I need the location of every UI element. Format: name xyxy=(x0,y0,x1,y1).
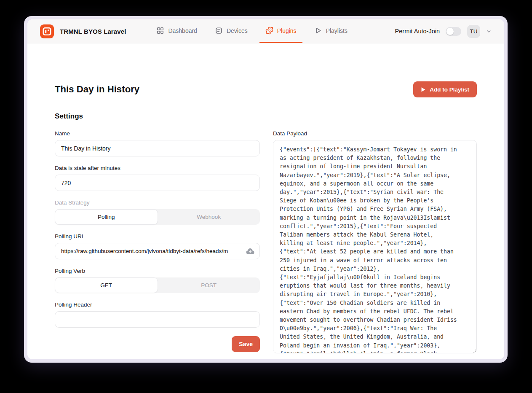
top-navigation-bar: TRMNL BYOS Laravel Dashboard xyxy=(27,19,504,43)
permit-auto-join-toggle[interactable] xyxy=(446,27,461,36)
cloud-download-icon[interactable] xyxy=(246,247,255,256)
app-surface: TRMNL BYOS Laravel Dashboard xyxy=(27,19,504,359)
user-avatar[interactable]: TU xyxy=(467,25,480,38)
polling-verb-field-group: Polling Verb GET POST xyxy=(55,268,260,293)
nav-tab-plugins[interactable]: Plugins xyxy=(259,19,302,43)
strategy-field-group: Data Strategy Polling Webhook xyxy=(55,199,260,225)
segment-post[interactable]: POST xyxy=(158,277,260,293)
segment-get[interactable]: GET xyxy=(55,277,158,293)
name-input[interactable] xyxy=(55,140,260,156)
data-payload-panel: Data Payload {"events":[{"text":"Kassym-… xyxy=(273,130,477,355)
data-strategy-label: Data Strategy xyxy=(55,199,260,206)
toggle-knob xyxy=(446,28,454,35)
nav-tab-dashboard[interactable]: Dashboard xyxy=(150,19,203,43)
trmnl-logo-icon xyxy=(40,24,54,38)
settings-section-title: Settings xyxy=(55,112,477,121)
stale-label: Data is stale after minutes xyxy=(55,165,260,171)
polling-header-label: Polling Header xyxy=(55,301,260,308)
app-window: TRMNL BYOS Laravel Dashboard xyxy=(24,16,508,363)
polling-url-input[interactable] xyxy=(55,243,260,259)
segment-polling[interactable]: Polling xyxy=(55,209,158,225)
plugin-settings-page: This Day in History Add to Playlist Sett… xyxy=(27,43,504,359)
nav-label: Dashboard xyxy=(168,27,197,34)
stale-minutes-input[interactable] xyxy=(55,175,260,191)
play-icon xyxy=(314,27,322,35)
settings-form: Name Data is stale after minutes Data St… xyxy=(55,130,260,355)
page-title: This Day in History xyxy=(55,84,139,95)
stale-field-group: Data is stale after minutes xyxy=(55,165,260,191)
data-payload-label: Data Payload xyxy=(273,130,477,137)
segment-webhook[interactable]: Webhook xyxy=(158,209,260,225)
nav-label: Plugins xyxy=(277,27,297,34)
header-right-controls: Permit Auto-Join TU xyxy=(395,19,492,43)
permit-auto-join-label: Permit Auto-Join xyxy=(395,28,440,35)
title-row: This Day in History Add to Playlist xyxy=(55,81,477,97)
puzzle-icon xyxy=(265,27,273,35)
add-to-playlist-label: Add to Playlist xyxy=(430,86,469,93)
main-nav: Dashboard Devices xyxy=(150,19,353,43)
name-field-group: Name xyxy=(55,130,260,156)
name-label: Name xyxy=(55,130,260,137)
polling-header-field-group: Polling Header xyxy=(55,301,260,328)
nav-label: Playlists xyxy=(326,27,348,34)
data-strategy-segmented-control: Polling Webhook xyxy=(55,209,260,225)
polling-verb-segmented-control: GET POST xyxy=(55,277,260,293)
play-icon xyxy=(421,87,426,92)
save-row: Save xyxy=(55,336,260,352)
save-button[interactable]: Save xyxy=(232,336,260,352)
app-title: TRMNL BYOS Laravel xyxy=(60,28,126,35)
chevron-down-icon[interactable] xyxy=(486,29,492,34)
device-list-icon xyxy=(215,27,223,35)
polling-url-label: Polling URL xyxy=(55,233,260,240)
nav-tab-playlists[interactable]: Playlists xyxy=(308,19,353,43)
nav-label: Devices xyxy=(227,27,248,34)
polling-header-input[interactable] xyxy=(55,311,260,328)
grid-icon xyxy=(156,27,164,35)
data-payload-textarea[interactable]: {"events":[{"text":"Kassym-Jomart Tokaye… xyxy=(273,140,477,353)
add-to-playlist-button[interactable]: Add to Playlist xyxy=(413,81,477,97)
brand: TRMNL BYOS Laravel xyxy=(40,19,126,43)
nav-tab-devices[interactable]: Devices xyxy=(209,19,254,43)
settings-columns: Name Data is stale after minutes Data St… xyxy=(55,130,477,355)
polling-verb-label: Polling Verb xyxy=(55,268,260,274)
polling-url-field-group: Polling URL xyxy=(55,233,260,259)
